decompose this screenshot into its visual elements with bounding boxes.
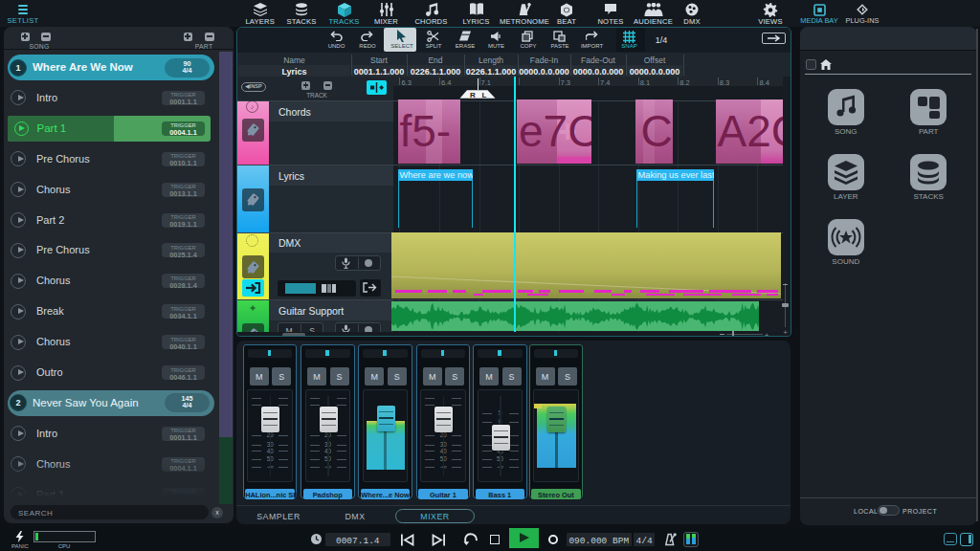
svg-text:L: L (482, 91, 487, 99)
svg-text:R: R (470, 91, 476, 99)
